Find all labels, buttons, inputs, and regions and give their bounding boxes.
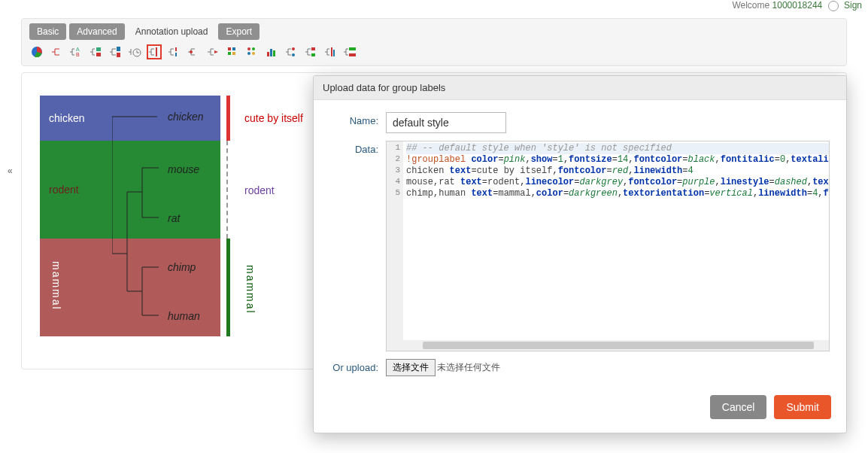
bootstrap-icon[interactable] [186, 44, 201, 59]
cancel-button[interactable]: Cancel [710, 395, 767, 419]
welcome-text: Welcome [732, 0, 769, 11]
column-plot-icon[interactable] [323, 44, 338, 59]
svg-rect-12 [228, 47, 231, 50]
dialog-title: Upload data for group labels [314, 76, 846, 100]
leaf-chimp: chimp [168, 261, 196, 273]
svg-rect-28 [333, 50, 335, 56]
group-brace-icon[interactable] [166, 44, 181, 59]
upload-label: Or upload: [330, 359, 386, 376]
svg-rect-13 [232, 47, 235, 50]
pie-chart-icon[interactable] [29, 44, 44, 59]
tree-icon[interactable] [303, 44, 318, 59]
svg-point-23 [292, 47, 295, 50]
name-label: Name: [330, 112, 386, 133]
svg-point-19 [252, 52, 255, 55]
leaf-mouse: mouse [168, 163, 199, 175]
right-label-mammal: mammal [244, 265, 256, 315]
code-gutter: 12345 [387, 141, 403, 351]
svg-rect-21 [270, 49, 272, 56]
color-strip-icon[interactable] [225, 44, 240, 59]
no-file-text: 未选择任何文件 [437, 362, 500, 372]
svg-rect-25 [311, 47, 315, 50]
leaf-label-color-icon[interactable] [88, 44, 103, 59]
sign-link[interactable]: Sign [844, 0, 862, 11]
choose-file-button[interactable]: 选择文件 [386, 359, 436, 376]
svg-rect-20 [267, 52, 269, 56]
group-label-chicken: chicken [49, 112, 84, 124]
code-line-3: chicken text=cute by itself,fontcolor=re… [406, 166, 829, 177]
svg-text:A: A [76, 47, 80, 52]
svg-rect-3 [96, 47, 101, 51]
tab-annotation-upload[interactable]: Annotation upload [128, 23, 216, 40]
submit-button[interactable]: Submit [774, 395, 831, 419]
heatmap-icon[interactable] [244, 44, 259, 59]
tab-advanced[interactable]: Advanced [69, 23, 124, 40]
group-label-mammal: mammal [50, 261, 62, 311]
branch-color-icon[interactable] [49, 44, 64, 59]
globe-icon[interactable] [828, 1, 839, 11]
svg-rect-15 [232, 52, 235, 55]
group-label-rodent: rodent [49, 184, 79, 196]
strip-chicken [226, 96, 230, 141]
strip-mammal [226, 239, 230, 336]
svg-rect-27 [331, 47, 332, 56]
dot-plot-icon[interactable] [284, 44, 299, 59]
svg-text:B: B [76, 52, 80, 57]
upload-dialog: Upload data for group labels Name: Data:… [313, 75, 847, 433]
dendrogram-lines [112, 96, 172, 336]
svg-point-24 [292, 53, 295, 56]
top-user-bar: Welcome 1000018244 Sign [0, 0, 868, 14]
svg-point-11 [190, 50, 193, 53]
svg-rect-26 [311, 53, 315, 56]
data-label: Data: [330, 141, 386, 351]
protein-domain-icon[interactable] [342, 44, 357, 59]
strip-rodent [226, 141, 230, 239]
user-id: 1000018244 [772, 0, 823, 11]
svg-rect-22 [273, 50, 275, 56]
code-line-5: chimp,human text=mammal,color=darkgreen,… [406, 188, 829, 199]
collapse-icon[interactable] [205, 44, 220, 59]
leaf-human: human [168, 310, 200, 322]
bar-icon[interactable] [264, 44, 279, 59]
svg-rect-4 [96, 53, 101, 56]
group-label-icon[interactable] [147, 44, 162, 59]
svg-point-17 [252, 47, 255, 50]
code-editor[interactable]: 12345 ## -- default style when 'style' i… [386, 141, 830, 351]
code-line-1: ## -- default style when 'style' is not … [406, 143, 672, 154]
right-label-cute: cute by itself [244, 112, 303, 124]
tab-basic[interactable]: Basic [29, 23, 66, 40]
svg-rect-6 [117, 53, 120, 57]
svg-rect-29 [349, 47, 356, 50]
tab-export[interactable]: Export [218, 23, 259, 40]
code-h-scrollbar[interactable] [403, 340, 829, 351]
code-line-4: mouse,rat text=rodent,linecolor=darkgrey… [406, 177, 829, 188]
code-content[interactable]: ## -- default style when 'style' is not … [406, 143, 829, 199]
leaf-color-icon[interactable] [108, 44, 123, 59]
main-tabs: Basic Advanced Annotation upload Export [29, 23, 839, 40]
name-input[interactable] [386, 112, 506, 133]
svg-rect-14 [228, 52, 231, 55]
toolbar-panel: Basic Advanced Annotation upload Export … [21, 18, 847, 66]
svg-point-16 [247, 47, 250, 50]
leaf-rat: rat [168, 212, 180, 224]
svg-rect-5 [117, 47, 120, 51]
code-line-2: !grouplabel color=pink,show=1,fontsize=1… [406, 154, 829, 166]
svg-point-18 [247, 52, 250, 55]
collapse-sidebar-chevron[interactable]: « [8, 166, 13, 176]
leaf-chicken: chicken [168, 111, 203, 123]
annotation-toolbar: AB [29, 44, 839, 59]
right-label-rodent: rodent [244, 184, 275, 196]
leaf-label-ab-icon[interactable]: AB [68, 44, 83, 59]
leaf-timeline-icon[interactable] [127, 44, 142, 59]
svg-rect-30 [349, 53, 356, 56]
